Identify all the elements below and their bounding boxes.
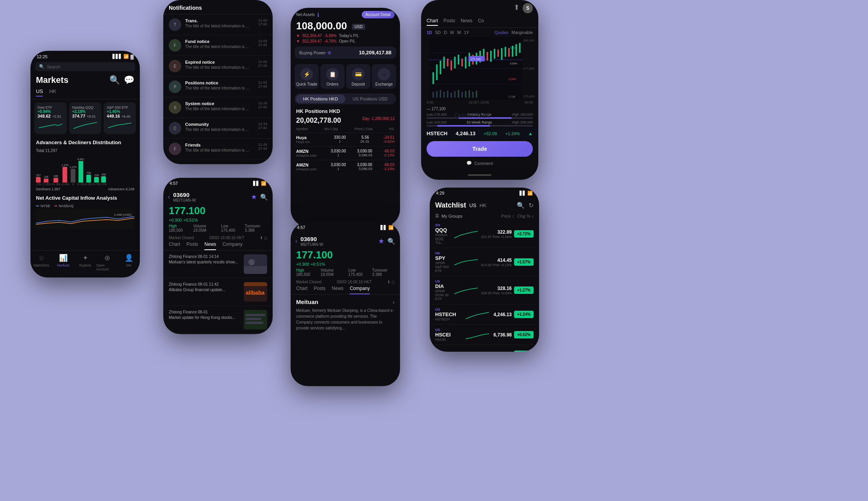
markets-title: Markets (36, 75, 68, 85)
time-1y[interactable]: 1Y (464, 30, 469, 35)
news-item-1[interactable]: Zhitong Finance 08-01 11:42 Alibaba Grou… (163, 278, 273, 306)
notif-trans[interactable]: T Trans. The title of the latest informa… (163, 14, 273, 35)
svg-rect-6 (244, 282, 267, 286)
news-content-1: Zhitong Finance 08-01 11:42 Alibaba Grou… (169, 282, 241, 302)
chart-tab-co[interactable]: Co (478, 18, 484, 26)
notif-friends[interactable]: F Friends The title of the latest inform… (163, 139, 273, 159)
ticker-arrow-up: ▲ (528, 131, 533, 136)
notif-time-community: 11-24 17:43 (258, 122, 267, 130)
notif-positions[interactable]: P Positions notice The title of the late… (163, 77, 273, 97)
favorite-btn-4[interactable]: ★ (251, 193, 257, 201)
tab-company-4[interactable]: Company (222, 242, 242, 250)
wl-badge-4: +0.52% (514, 331, 534, 338)
index-card-dow[interactable]: Dow ETF +0.84% 348.62 +2.91 (34, 102, 67, 134)
quotes-btn[interactable]: Quotes (495, 30, 508, 35)
index-card-sp500[interactable]: S&P 500 ETF +1.45% 449.16 +6.40 (104, 102, 136, 134)
index-card-nasdaq[interactable]: Nasdaq QQQ +2.18% 374.77 +8.01 (69, 102, 102, 134)
search-bar-1[interactable]: 🔍 Search (35, 62, 135, 71)
wl-row-0[interactable]: SH QQQ Invesco QQQ Tru... 322.89 321.97 … (430, 220, 539, 248)
notif-fund[interactable]: F Fund notice The title of the latest in… (163, 35, 273, 56)
tab-news-5[interactable]: News (332, 286, 343, 294)
quick-trade-btn[interactable]: ⚡ Quick Trade (295, 64, 319, 89)
pos-row-1[interactable]: AMZN Amazon.com 3,030.00 1 3,030.00 3,09… (295, 146, 396, 160)
stock-price-4: 177.100 (163, 205, 273, 218)
comment-row: 💬 Comment (421, 159, 538, 167)
tab-chart-5[interactable]: Chart (296, 286, 307, 294)
tab-news-4[interactable]: News (204, 242, 216, 250)
ticker-pct: +1.24% (505, 131, 520, 136)
nav-watchlists[interactable]: ☆ Watchlists (30, 254, 52, 271)
nav-watchlists-label: Watchlists (34, 263, 50, 267)
wl-tab-us[interactable]: US (469, 202, 476, 208)
stock-name-4: MEITUAN-W (173, 198, 196, 202)
svg-rect-9 (246, 318, 261, 320)
svg-rect-14 (432, 72, 434, 84)
time-m[interactable]: M (457, 30, 461, 35)
action-icons: ⚡ Quick Trade 📋 Orders 💳 Deposit ↔ Excha… (291, 62, 400, 91)
search-icon-markets[interactable]: 🔍 (109, 75, 120, 85)
pos-toggle-hk[interactable]: HK Positions HKD (296, 95, 345, 103)
notif-expired[interactable]: E Expired notice The title of the latest… (163, 56, 273, 77)
pnl-row-open: ▼ 552,354.47 -4.70% Open P/L (296, 39, 395, 43)
status-time-1: 12:25 (37, 54, 48, 59)
marginable-btn[interactable]: Marginable (512, 30, 533, 35)
time-d[interactable]: D (444, 30, 447, 35)
tab-posts-5[interactable]: Posts (314, 286, 325, 294)
exchange-btn[interactable]: ↔ Exchange (372, 64, 396, 89)
notif-community[interactable]: C Community The title of the latest info… (163, 118, 273, 139)
tab-company-5[interactable]: Company (350, 286, 370, 294)
wl-row-1[interactable]: HK SPY SPDR S&P 500 ETF 414.45 413.92 Po… (430, 248, 539, 276)
pos-row-2[interactable]: AMZN Amazon.com 3,030.00 1 3,030.00 3,09… (295, 160, 396, 174)
stock-meta-4: High 180,500 Volume 19.05M Low 175,400 T… (163, 224, 273, 234)
search-btn-5[interactable]: 🔍 (388, 238, 395, 245)
wl-tab-hk[interactable]: HK (479, 202, 486, 208)
nav-markets[interactable]: 📊 Markets (52, 254, 74, 271)
time-1d[interactable]: 1D (427, 30, 432, 35)
time-w[interactable]: W (450, 30, 454, 35)
svg-rect-51 (472, 92, 474, 98)
wl-row-2[interactable]: US DIA SPDR DOW 30 ETF 328.16 328.05 Pos… (430, 276, 539, 304)
share-icon[interactable]: ⬆ (514, 3, 520, 13)
tab-posts-4[interactable]: Posts (186, 242, 198, 250)
news-item-0[interactable]: Zhitong Finance 08-01 14:14 Meituan's la… (163, 250, 273, 278)
notif-content-positions: Positions notice The title of the latest… (185, 81, 254, 90)
deposit-btn[interactable]: 💳 Deposit (346, 64, 370, 89)
svg-text:2.21%: 2.21% (510, 47, 517, 49)
chart-tab-news[interactable]: News (461, 18, 472, 26)
back-btn-4[interactable]: ‹ (168, 193, 170, 200)
wl-row-4[interactable]: US HSCEI HSCEI 6,736.98 +0.52% (430, 325, 539, 345)
net-capital-chart: 1.448 (USD) (36, 209, 134, 229)
notif-system[interactable]: S System notice The title of the latest … (163, 97, 273, 118)
compass-icon: ✦ (82, 254, 88, 262)
pos-day-pnl: Day -1,280,000.13 (363, 116, 395, 125)
nav-explore[interactable]: ✦ Explore (74, 254, 96, 271)
chart-tab-chart[interactable]: Chart (427, 18, 438, 26)
news-item-2[interactable]: Zhitong Finance 08-01 Market update for … (163, 306, 273, 334)
chart-tab-posts[interactable]: Posts (443, 18, 455, 26)
back-btn-5[interactable]: ‹ (295, 238, 297, 245)
main-chart: 177,100 2.21% 0.94% -0.34% 1.71M (429, 37, 523, 100)
pos-toggle-us[interactable]: US Positions USD (345, 95, 395, 103)
bell-icon-markets[interactable]: 💬 (124, 75, 134, 85)
tab-us[interactable]: US (36, 88, 43, 97)
nav-me[interactable]: 👤 Me (118, 254, 140, 271)
orders-btn[interactable]: 📋 Orders (320, 64, 345, 89)
trade-button[interactable]: Trade (427, 141, 533, 157)
account-detail-btn[interactable]: Account Detail (362, 11, 395, 18)
svg-rect-30 (490, 51, 492, 62)
search-btn-4[interactable]: 🔍 (260, 193, 268, 201)
ticker-price: 4,246.13 (456, 131, 476, 136)
wl-row-5[interactable]: SZ 03690 177.100 +0.51% (430, 345, 539, 352)
favorite-btn-5[interactable]: ★ (378, 237, 384, 245)
notif-content-community: Community The title of the latest inform… (185, 122, 254, 132)
search-icon-wl[interactable]: 🔍 (517, 202, 525, 209)
time-5d[interactable]: 5D (435, 30, 441, 35)
refresh-icon-wl[interactable]: ↻ (529, 202, 534, 209)
svg-rect-34 (505, 47, 506, 57)
nav-open-account[interactable]: ⊕ Open Account (96, 254, 118, 271)
wl-row-3[interactable]: US HSTECH HSTECH 4,246.13 +1.24% (430, 304, 539, 325)
tab-hk[interactable]: HK (49, 88, 56, 97)
tab-chart-4[interactable]: Chart (169, 242, 180, 250)
dow-chart (38, 120, 64, 131)
pos-row-0[interactable]: Huya Huya Inc. 330.00 1 5.56 26.15 -24.6… (295, 132, 396, 146)
